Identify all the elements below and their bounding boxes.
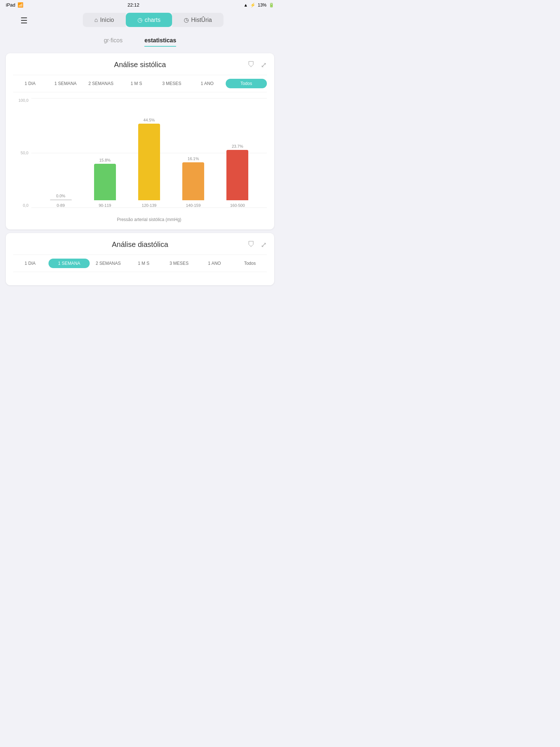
chart2-period-2semanas[interactable]: 2 SEMANAS — [91, 259, 125, 268]
status-left: iPad 📶 — [6, 2, 23, 8]
tab-charts-label: charts — [145, 17, 161, 23]
bar-120-139-range: 120-139 — [142, 203, 156, 208]
chart2-period-1ms[interactable]: 1 M S — [127, 259, 160, 268]
nav-tabs: ⌂ Inìcio ◷ charts ◷ HistÛria — [32, 10, 274, 31]
battery-icon: 🔋 — [269, 3, 274, 8]
chart1-title: Análise sistólica — [114, 61, 166, 69]
bar-140-159-range: 140-159 — [186, 203, 201, 208]
chart2-title: Análise diastólica — [112, 240, 168, 249]
tab-historia[interactable]: ◷ HistÛria — [172, 13, 223, 27]
bar-0-89: 0.0% 0-89 — [50, 194, 72, 208]
chart2-period-1semana[interactable]: 1 SEMANA — [48, 259, 90, 268]
bar-140-159: 16.1% 140-159 — [182, 156, 204, 208]
sub-tab-estatisticas[interactable]: estatìsticas — [144, 37, 176, 47]
grid-line-0 — [31, 208, 267, 208]
bar-90-119: 15.8% 90-119 — [94, 158, 116, 208]
chart2-period-filters: 1 DIA 1 SEMANA 2 SEMANAS 1 M S 3 MESES 1… — [13, 255, 267, 272]
chart1-filter-icon[interactable]: ⛉ — [248, 61, 255, 69]
bar-90-119-range: 90-119 — [99, 203, 111, 208]
y-label-0: 0,0 — [23, 203, 28, 208]
clock-icon-charts: ◷ — [137, 16, 143, 23]
tab-charts[interactable]: ◷ charts — [126, 13, 172, 27]
chart1-card: Análise sistólica ⛉ ⤢ 1 DIA 1 SEMANA 2 S… — [6, 53, 274, 229]
chart2-period-1dia[interactable]: 1 DIA — [13, 259, 47, 268]
bar-140-159-value: 16.1% — [188, 156, 199, 161]
tab-inicio-label: Inìcio — [100, 17, 114, 23]
bar-120-139-rect — [138, 124, 160, 200]
period-1ano[interactable]: 1 ANO — [190, 79, 224, 88]
sub-tab-graficos[interactable]: gr·ficos — [104, 37, 123, 47]
chart2-expand-icon[interactable]: ⤢ — [261, 240, 267, 249]
chart2-period-3meses[interactable]: 3 MESES — [162, 259, 196, 268]
y-label-50: 50,0 — [21, 151, 28, 155]
chart1-header: Análise sistólica ⛉ ⤢ — [13, 61, 267, 69]
chart1-icons: ⛉ ⤢ — [248, 61, 267, 69]
bar-120-139: 44.5% 120-139 — [138, 118, 160, 208]
bar-0-89-value: 0.0% — [56, 194, 65, 198]
bar-90-119-value: 15.8% — [99, 158, 110, 162]
status-bar: iPad 📶 22:12 ▲ ⚡ 13% 🔋 — [0, 0, 280, 10]
bar-160-500-value: 23.7% — [232, 144, 243, 148]
bluetooth-icon: ⚡ — [250, 3, 256, 8]
period-1semana[interactable]: 1 SEMANA — [48, 79, 82, 88]
hamburger-icon: ☰ — [20, 16, 28, 25]
bar-90-119-rect — [94, 164, 116, 200]
bar-0-89-range: 0-89 — [57, 203, 65, 208]
status-time: 22:12 — [128, 2, 140, 8]
chart1-bars: 0.0% 0-89 15.8% 90-119 44.5% 120-139 16.… — [31, 98, 267, 208]
chart2-header: Análise diastólica ⛉ ⤢ — [13, 240, 267, 249]
device-label: iPad — [6, 2, 15, 8]
period-todos[interactable]: Todos — [226, 79, 267, 88]
chart2-icons: ⛉ ⤢ — [248, 240, 267, 249]
chart1-x-axis-label: Pressão arterial sistólica (mmHg) — [31, 217, 267, 222]
bar-120-139-value: 44.5% — [143, 118, 155, 122]
chart1-y-axis: 100,0 50,0 0,0 — [13, 98, 31, 208]
chart2-period-todos[interactable]: Todos — [233, 259, 267, 268]
clock-icon-historia: ◷ — [184, 16, 189, 23]
bar-0-89-rect — [50, 200, 72, 200]
location-icon: ▲ — [244, 3, 248, 8]
bar-160-500-range: 160-500 — [230, 203, 245, 208]
sub-tabs: gr·ficos estatìsticas — [0, 31, 280, 50]
period-2semanas[interactable]: 2 SEMANAS — [84, 79, 118, 88]
y-label-100: 100,0 — [18, 98, 28, 102]
bar-160-500-rect — [226, 150, 248, 200]
wifi-icon: 📶 — [18, 2, 23, 8]
battery-label: 13% — [258, 3, 267, 8]
period-3meses[interactable]: 3 MESES — [155, 79, 189, 88]
hamburger-button[interactable]: ☰ — [20, 16, 28, 26]
bar-140-159-rect — [182, 162, 204, 200]
chart2-filter-icon[interactable]: ⛉ — [248, 240, 255, 249]
chart2-period-1ano[interactable]: 1 ANO — [198, 259, 232, 268]
status-right: ▲ ⚡ 13% 🔋 — [244, 3, 274, 8]
bar-160-500: 23.7% 160-500 — [226, 144, 248, 208]
home-icon: ⌂ — [94, 17, 98, 23]
chart1-period-filters: 1 DIA 1 SEMANA 2 SEMANAS 1 M S 3 MESES 1… — [13, 75, 267, 92]
tab-historia-label: HistÛria — [191, 17, 212, 23]
chart1-chart-area: 100,0 50,0 0,0 0.0% 0-89 15.8% 90-119 — [13, 98, 267, 222]
tab-inicio[interactable]: ⌂ Inìcio — [83, 13, 126, 27]
chart2-card: Análise diastólica ⛉ ⤢ 1 DIA 1 SEMANA 2 … — [6, 233, 274, 285]
period-1dia[interactable]: 1 DIA — [13, 79, 47, 88]
period-1ms[interactable]: 1 M S — [119, 79, 153, 88]
chart1-expand-icon[interactable]: ⤢ — [261, 61, 267, 69]
